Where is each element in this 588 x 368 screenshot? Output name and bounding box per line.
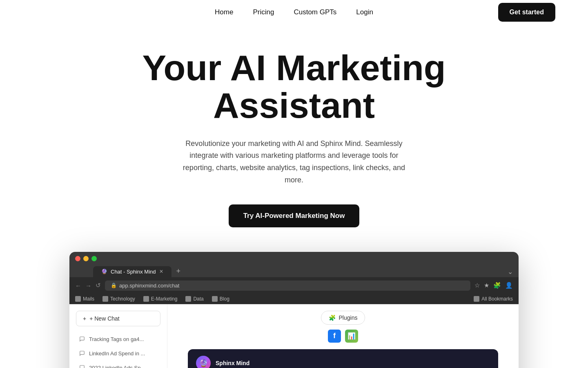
new-chat-button[interactable]: + + New Chat [76, 311, 160, 326]
sphinx-avatar: 🔮 [196, 356, 211, 368]
get-started-button[interactable]: Get started [498, 3, 555, 22]
history-item-3[interactable]: 2022 LinkedIn Ads Sp... [76, 361, 160, 368]
new-tab-button[interactable]: + [173, 265, 184, 277]
bookmark-mails[interactable]: Mails [75, 296, 94, 302]
navbar: Home Pricing Custom GPTs Login Get start… [0, 0, 588, 25]
nav-cta-area: Get started [498, 3, 555, 22]
nav-home[interactable]: Home [215, 8, 233, 16]
chat-bubble: 🔮 Sphinx Mind Hey there 👋, I'm Sphinx Mi… [188, 349, 498, 368]
nav-custom-gpts[interactable]: Custom GPTs [294, 8, 336, 16]
forward-button[interactable]: → [85, 282, 91, 289]
browser-expand-icon[interactable]: ⌄ [508, 268, 513, 277]
browser-bookmark-icon[interactable]: ★ [484, 282, 489, 289]
browser-mockup: 🔮 Chat - Sphinx Mind ✕ + ⌄ ← → ↺ 🔒 app.s… [69, 252, 519, 368]
browser-dots [75, 256, 513, 261]
plus-icon: + [83, 315, 86, 322]
hero-section: Your AI Marketing Assistant Revolutioniz… [0, 25, 588, 368]
bookmark-emarketing[interactable]: E-Marketing [143, 296, 178, 302]
app-main-area: 🧩 Plugins f 📊 🔮 Sphinx Mind Hey there 👋,… [167, 304, 519, 368]
bookmark-blog[interactable]: Blog [212, 296, 229, 302]
app-sidebar: + + New Chat Tracking Tags on ga4... Lin… [69, 304, 167, 368]
back-button[interactable]: ← [75, 282, 81, 289]
chat-icon [79, 350, 85, 356]
app-content: + + New Chat Tracking Tags on ga4... Lin… [69, 304, 519, 368]
browser-profile-icon[interactable]: 👤 [505, 282, 513, 289]
hero-cta-button[interactable]: Try AI-Powered Marketing Now [229, 204, 360, 227]
tab-close-icon[interactable]: ✕ [159, 269, 163, 274]
dot-green [91, 256, 97, 261]
browser-chrome: 🔮 Chat - Sphinx Mind ✕ + ⌄ [69, 252, 519, 277]
dot-red [75, 256, 80, 261]
bot-name: Sphinx Mind [216, 360, 249, 366]
chat-icon [79, 336, 85, 342]
nav-login[interactable]: Login [356, 8, 373, 16]
chart-icon: 📊 [345, 330, 358, 343]
browser-tab-active[interactable]: 🔮 Chat - Sphinx Mind ✕ [93, 266, 172, 277]
puzzle-icon: 🧩 [329, 314, 336, 321]
chat-bubble-header: 🔮 Sphinx Mind [196, 356, 490, 368]
hero-subtitle: Revolutionize your marketing with AI and… [180, 138, 408, 186]
address-input[interactable]: 🔒 app.sphinxmind.com/chat [105, 280, 470, 291]
dot-yellow [83, 256, 89, 261]
bookmark-all[interactable]: All Bookmarks [474, 296, 513, 302]
facebook-icon: f [328, 330, 341, 343]
nav-pricing[interactable]: Pricing [253, 8, 274, 16]
refresh-button[interactable]: ↺ [96, 282, 101, 289]
hero-title: Your AI Marketing Assistant [142, 49, 445, 125]
nav-links: Home Pricing Custom GPTs Login [215, 8, 373, 16]
bookmarks-bar: Mails Technology E-Marketing Data Blog A… [69, 294, 519, 304]
bookmark-technology[interactable]: Technology [102, 296, 135, 302]
plugins-button[interactable]: 🧩 Plugins [321, 311, 365, 325]
chat-icon [79, 365, 85, 368]
browser-address-bar: ← → ↺ 🔒 app.sphinxmind.com/chat ☆ ★ 🧩 👤 [69, 277, 519, 294]
bookmark-data[interactable]: Data [185, 296, 203, 302]
history-item-1[interactable]: Tracking Tags on ga4... [76, 333, 160, 346]
history-item-2[interactable]: LinkedIn Ad Spend in ... [76, 347, 160, 360]
browser-extension-icon[interactable]: 🧩 [493, 282, 501, 289]
social-icons-row: f 📊 [328, 330, 358, 343]
browser-star-icon[interactable]: ☆ [474, 282, 480, 289]
